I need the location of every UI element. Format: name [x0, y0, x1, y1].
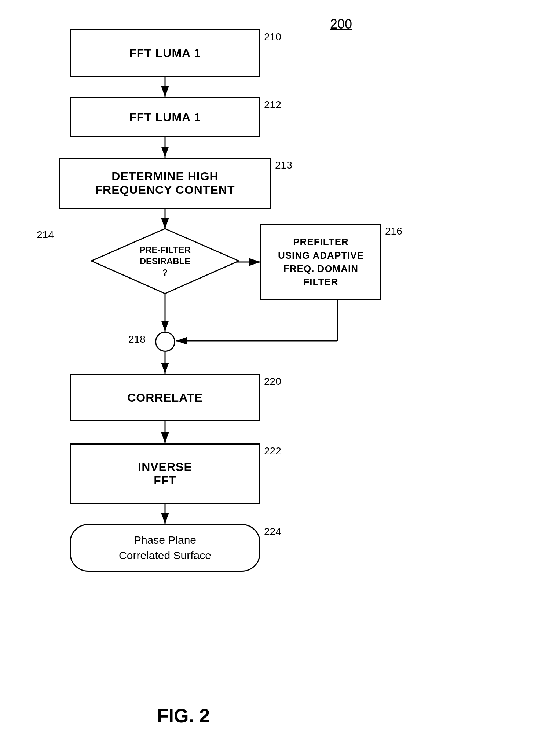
node-222: INVERSE FFT [70, 443, 260, 504]
ref-224: 224 [264, 526, 281, 538]
node-224-label: Phase Plane Correlated Surface [119, 532, 211, 563]
ref-218: 218 [128, 333, 146, 345]
ref-222: 222 [264, 445, 281, 457]
node-210: FFT LUMA 1 [70, 29, 260, 77]
ref-220: 220 [264, 376, 281, 387]
node-212-label: FFT LUMA 1 [129, 111, 201, 124]
node-213-label: DETERMINE HIGH FREQUENCY CONTENT [95, 170, 235, 197]
diamond-214-text: PRE-FILTER DESIRABLE ? [139, 244, 191, 279]
node-216: PREFILTER USING ADAPTIVE FREQ. DOMAIN FI… [260, 224, 381, 300]
node-224: Phase Plane Correlated Surface [70, 524, 260, 572]
ref-214: 214 [37, 229, 54, 241]
node-216-label: PREFILTER USING ADAPTIVE FREQ. DOMAIN FI… [278, 235, 364, 289]
node-220-label: CORRELATE [127, 391, 203, 405]
node-210-label: FFT LUMA 1 [129, 47, 201, 60]
ref-210: 210 [264, 31, 281, 43]
node-220: CORRELATE [70, 374, 260, 421]
ref-216: 216 [385, 225, 402, 237]
node-213: DETERMINE HIGH FREQUENCY CONTENT [59, 158, 271, 209]
ref-200: 200 [330, 16, 352, 32]
diamond-wrapper-214: PRE-FILTER DESIRABLE ? [90, 227, 240, 295]
node-222-label: INVERSE FFT [138, 460, 192, 487]
ref-212: 212 [264, 99, 281, 111]
node-218 [155, 332, 175, 352]
node-212: FFT LUMA 1 [70, 97, 260, 137]
figure-label: FIG. 2 [18, 705, 348, 727]
ref-213: 213 [275, 159, 292, 171]
